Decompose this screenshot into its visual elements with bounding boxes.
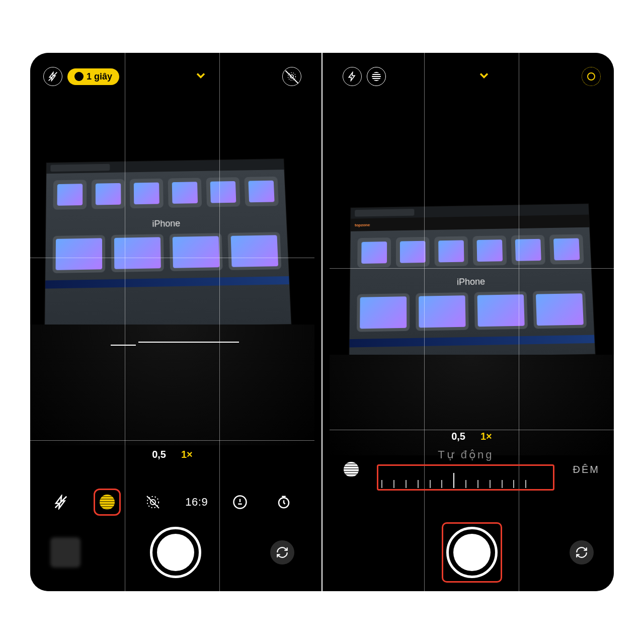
night-mode-pill[interactable]: 1 giây: [67, 68, 119, 85]
timer-button[interactable]: [273, 491, 295, 513]
aspect-ratio-button[interactable]: 16:9: [186, 491, 208, 513]
zoom-wide[interactable]: 0,5: [451, 431, 465, 442]
night-mode-icon[interactable]: [344, 462, 359, 477]
night-mode-icon: [74, 72, 84, 81]
svg-point-2: [288, 73, 296, 80]
night-label: ĐÊM: [573, 464, 600, 475]
brand-text: iPhone: [46, 216, 286, 231]
viewfinder-laptop-screen: iPhone: [44, 158, 291, 329]
shutter-button[interactable]: [150, 527, 201, 578]
level-indicator: [111, 345, 136, 346]
flash-off-icon[interactable]: [43, 67, 62, 86]
brand-text: iPhone: [350, 275, 592, 289]
night-slider-label: Tự động: [438, 448, 494, 461]
shutter-button[interactable]: [446, 527, 498, 578]
zoom-selector[interactable]: 0,5 1×: [451, 431, 492, 442]
shutter-highlight: [442, 522, 502, 583]
viewfinder-laptop-screen: topzone iPhone: [349, 203, 596, 359]
night-duration-slider[interactable]: [381, 469, 526, 488]
live-photo-off-icon[interactable]: [282, 67, 301, 86]
chevron-down-icon[interactable]: [477, 68, 491, 85]
photo-thumbnail[interactable]: [50, 537, 80, 568]
camera-flip-button[interactable]: [270, 540, 294, 565]
zoom-main[interactable]: 1×: [181, 449, 193, 460]
night-mode-duration: 1 giây: [87, 71, 112, 82]
chevron-down-icon[interactable]: [194, 68, 208, 85]
night-mode-icon[interactable]: [367, 67, 386, 86]
zoom-selector[interactable]: 0,5 1×: [152, 449, 193, 460]
night-slider-highlight: [377, 464, 554, 491]
live-photo-toggle-icon[interactable]: [142, 491, 164, 513]
night-mode-button-highlight: [94, 489, 121, 516]
live-photo-icon[interactable]: [582, 67, 601, 86]
flash-toggle-icon[interactable]: [50, 491, 72, 513]
night-mode-icon: [100, 495, 115, 510]
svg-point-1: [290, 75, 294, 78]
level-indicator: [138, 342, 239, 343]
camera-flip-button[interactable]: [570, 540, 594, 565]
camera-screen-night-mode: iPhone 1 giây: [30, 53, 314, 591]
flash-icon[interactable]: [343, 67, 362, 86]
exposure-button[interactable]: [229, 491, 251, 513]
zoom-wide[interactable]: 0,5: [152, 449, 166, 460]
camera-screen-night-slider: topzone iPhone: [330, 53, 614, 591]
night-mode-button[interactable]: [96, 491, 118, 513]
zoom-main[interactable]: 1×: [480, 431, 492, 442]
viewfinder: topzone iPhone: [330, 53, 614, 591]
